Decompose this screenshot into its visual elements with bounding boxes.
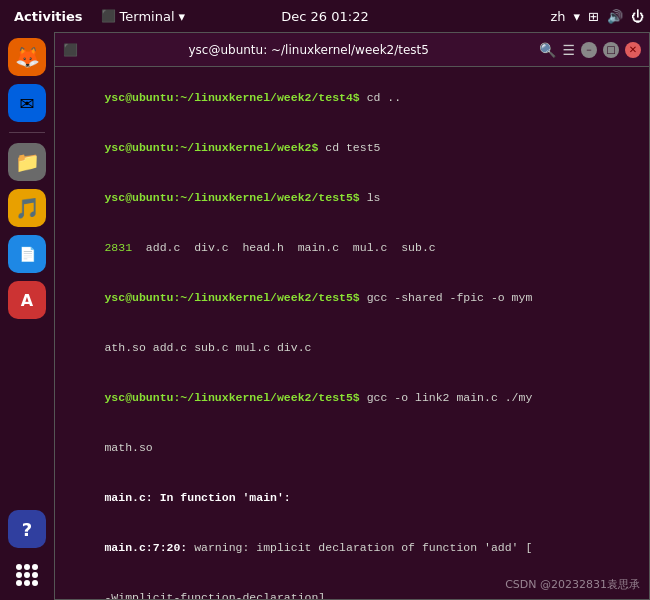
terminal-titlebar: ⬛ ysc@ubuntu: ~/linuxkernel/week2/test5 …: [55, 33, 649, 67]
watermark: CSDN @20232831袁思承: [505, 577, 640, 592]
libreoffice-icon: 📄: [19, 246, 36, 262]
terminal-line: 2831 add.c div.c head.h main.c mul.c sub…: [63, 223, 641, 273]
sidebar-icon-libreoffice[interactable]: 📄: [8, 235, 46, 273]
rhythmbox-icon: 🎵: [15, 196, 40, 220]
terminal-tab-icon: ⬛: [63, 43, 78, 57]
menu-icon[interactable]: ☰: [562, 42, 575, 58]
help-icon: ?: [22, 519, 32, 540]
terminal-label: Terminal: [120, 9, 175, 24]
terminal-title: ysc@ubuntu: ~/linuxkernel/week2/test5: [84, 43, 533, 57]
sidebar: 🦊 ✉ 📁 🎵 📄 A ?: [0, 32, 54, 600]
power-icon[interactable]: ⏻: [631, 9, 644, 24]
terminal-window: ⬛ ysc@ubuntu: ~/linuxkernel/week2/test5 …: [54, 32, 650, 600]
search-icon[interactable]: 🔍: [539, 42, 556, 58]
terminal-line: ath.so add.c sub.c mul.c div.c: [63, 323, 641, 373]
minimize-button[interactable]: －: [581, 42, 597, 58]
grid-icon: [16, 564, 38, 586]
prompt: ysc@ubuntu:~/linuxkernel/week2/test4$: [104, 91, 359, 104]
close-button[interactable]: ✕: [625, 42, 641, 58]
prompt: ysc@ubuntu:~/linuxkernel/week2/test5$: [104, 391, 359, 404]
terminal-line: ysc@ubuntu:~/linuxkernel/week2$ cd test5: [63, 123, 641, 173]
app-grid-button[interactable]: [8, 556, 46, 594]
thunderbird-icon: ✉: [19, 93, 34, 114]
sidebar-icon-appstore[interactable]: A: [8, 281, 46, 319]
topbar: Activities ⬛ Terminal ▾ Dec 26 01:22 zh …: [0, 0, 650, 32]
maximize-button[interactable]: □: [603, 42, 619, 58]
terminal-menu[interactable]: ⬛ Terminal ▾: [91, 9, 195, 24]
terminal-line: math.so: [63, 423, 641, 473]
prompt: ysc@ubuntu:~/linuxkernel/week2$: [104, 141, 318, 154]
sidebar-icon-firefox[interactable]: 🦊: [8, 38, 46, 76]
topbar-right: zh ▾ ⊞ 🔊 ⏻: [550, 9, 644, 24]
language-selector[interactable]: zh: [550, 9, 565, 24]
volume-icon[interactable]: 🔊: [607, 9, 623, 24]
prompt: ysc@ubuntu:~/linuxkernel/week2/test5$: [104, 191, 359, 204]
lang-arrow: ▾: [574, 9, 581, 24]
terminal-icon: ⬛: [101, 9, 116, 23]
firefox-icon: 🦊: [15, 45, 40, 69]
terminal-line: main.c: In function 'main':: [63, 473, 641, 523]
sidebar-icon-rhythmbox[interactable]: 🎵: [8, 189, 46, 227]
terminal-line: ysc@ubuntu:~/linuxkernel/week2/test5$ gc…: [63, 273, 641, 323]
appstore-icon: A: [21, 291, 33, 310]
prompt: ysc@ubuntu:~/linuxkernel/week2/test5$: [104, 291, 359, 304]
files-icon: 📁: [15, 150, 40, 174]
sidebar-icon-help[interactable]: ?: [8, 510, 46, 548]
network-icon[interactable]: ⊞: [588, 9, 599, 24]
sidebar-separator: [9, 132, 45, 133]
terminal-line: ysc@ubuntu:~/linuxkernel/week2/test5$ gc…: [63, 373, 641, 423]
terminal-line: ysc@ubuntu:~/linuxkernel/week2/test4$ cd…: [63, 73, 641, 123]
terminal-content[interactable]: ysc@ubuntu:~/linuxkernel/week2/test4$ cd…: [55, 67, 649, 599]
sidebar-icon-files[interactable]: 📁: [8, 143, 46, 181]
topbar-clock: Dec 26 01:22: [281, 9, 368, 24]
activities-button[interactable]: Activities: [6, 9, 91, 24]
sidebar-icon-thunderbird[interactable]: ✉: [8, 84, 46, 122]
terminal-dropdown-arrow: ▾: [179, 9, 186, 24]
terminal-line: main.c:7:20: warning: implicit declarati…: [63, 523, 641, 573]
terminal-line: ysc@ubuntu:~/linuxkernel/week2/test5$ ls: [63, 173, 641, 223]
